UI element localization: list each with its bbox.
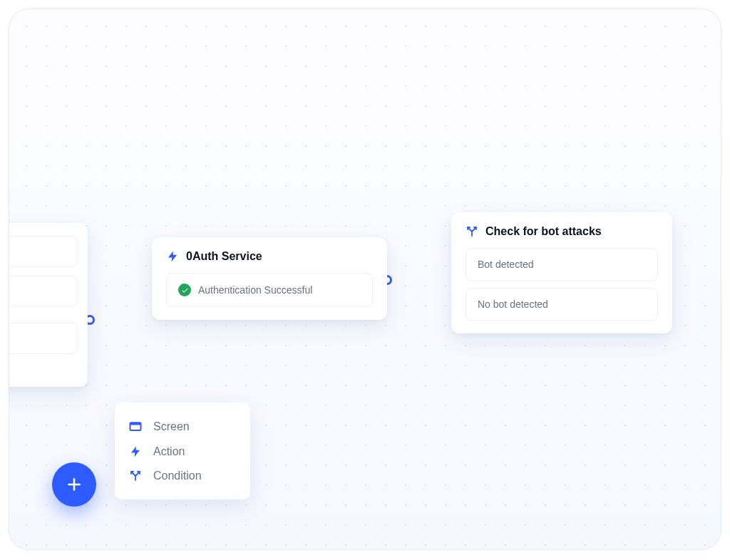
outcome-label: No bot detected [478,299,548,310]
plus-icon [65,475,83,494]
outcome-placeholder [9,323,78,354]
flow-canvas[interactable]: 0Auth Service Authentication Successful … [9,9,721,550]
palette-label: Condition [153,470,202,482]
screen-icon [128,420,143,434]
palette-option-screen[interactable]: Screen [128,414,237,440]
outcome-label: Authentication Successful [198,284,312,296]
outcome-placeholder [9,236,78,267]
node-outcome[interactable]: Authentication Successful [166,273,373,307]
outcome-placeholder [9,276,78,307]
node-outcome[interactable]: Bot detected [466,248,658,281]
node-header: 0Auth Service [166,250,373,263]
check-circle-icon [178,284,191,296]
node-title: 0Auth Service [186,250,262,263]
node-outcome[interactable]: No bot detected [466,288,658,321]
palette-option-condition[interactable]: Condition [128,464,237,488]
palette-label: Action [153,445,185,458]
flow-node-check-bot[interactable]: Check for bot attacks Bot detected No bo… [451,212,672,333]
split-arrows-icon [466,225,478,238]
node-title: Check for bot attacks [485,225,602,238]
split-arrows-icon [128,470,143,482]
flow-node-partial[interactable] [9,223,88,387]
bolt-icon [128,445,143,458]
add-node-button[interactable] [52,462,96,507]
svg-rect-1 [130,422,141,425]
palette-label: Screen [153,420,190,433]
node-palette: Screen Action Condition [115,403,250,499]
flow-node-oauth-service[interactable]: 0Auth Service Authentication Successful [152,237,387,320]
outcome-label: Bot detected [478,259,534,270]
node-header: Check for bot attacks [466,225,658,238]
bolt-icon [166,250,179,263]
palette-option-action[interactable]: Action [128,440,237,464]
